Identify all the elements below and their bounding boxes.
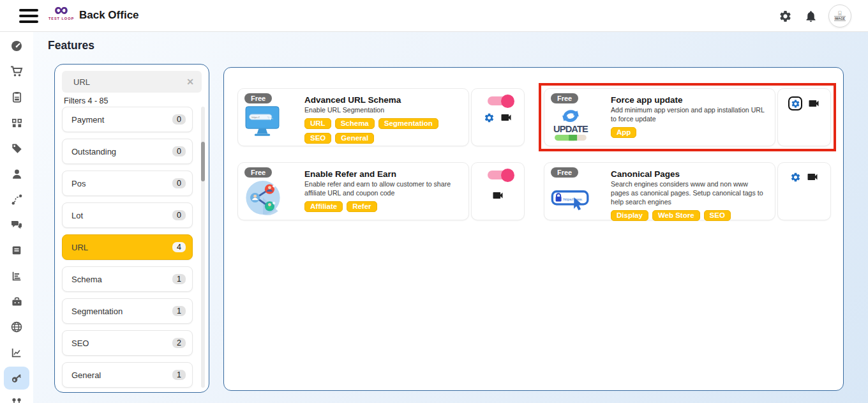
feature-description: Search engines considers www and non www… [611,180,767,207]
sidebar-item-briefcase[interactable] [0,289,33,314]
free-badge: Free [551,167,578,178]
hamburger-menu-icon[interactable] [19,9,38,23]
feature-canonical-pages: Free https//www. Canonical Pages Search … [539,157,836,225]
filter-list-item[interactable]: Segmentation 1 [62,298,193,324]
video-icon[interactable] [806,171,819,183]
dashboard-icon [4,34,29,57]
svg-text:https://: https:// [251,116,260,119]
pins-icon [4,392,29,403]
monitor-url-graphic: https:// [244,105,280,139]
gear-icon[interactable] [484,112,495,123]
feature-tag: Schema [335,118,375,129]
filter-list-item[interactable]: Lot 0 [62,202,193,228]
line-chart-icon [4,341,29,364]
feature-card[interactable]: Free https:// Advanced URL Schema Enabl [237,88,469,146]
products-icon [4,111,29,134]
filter-header-label: URL [73,77,186,87]
filter-item-count-badge: 0 [172,210,186,220]
video-icon[interactable] [500,111,513,124]
refer-network-graphic [244,179,281,216]
filter-list-item[interactable]: Outstanding 0 [62,139,193,164]
feature-actions [471,88,525,146]
free-badge: Free [551,93,578,103]
filter-list-item[interactable]: SEO 2 [62,330,193,356]
sidebar-item-key[interactable] [0,365,33,391]
filter-scrollbar[interactable] [201,107,205,388]
feature-card[interactable]: Free Enable Refer an [237,162,469,220]
feature-tag: Display [611,210,648,221]
sidebar-item-globe[interactable] [0,314,33,340]
filter-item-label: SEO [71,338,172,348]
feature-title: Force app update [611,95,767,105]
feature-refer-and-earn: Free Enable Refer an [232,157,530,225]
feature-toggle-on[interactable] [488,171,512,179]
feature-title: Enable Refer and Earn [304,169,461,179]
canonical-url-text: https//www. [564,197,583,201]
cart-icon [4,60,29,83]
filter-list-item[interactable]: URL 4 [62,234,193,260]
filter-item-label: Schema [71,275,172,284]
ledger-icon [4,239,29,262]
filter-item-count-badge: 0 [172,146,186,156]
feature-description: Enable URL Segmentation [304,106,461,115]
feature-description: Add minimum app version and app installa… [611,106,767,124]
update-label: UPDATE [553,124,588,134]
filter-list-item[interactable]: Pos 0 [62,171,193,196]
sidebar-item-products[interactable] [0,110,33,135]
video-icon[interactable] [807,97,820,110]
sidebar-item-customers[interactable] [0,161,33,186]
filter-item-count-badge: 0 [172,178,186,188]
sidebar-item-line-chart[interactable] [0,340,33,365]
app-logo: ∞ TEST LOOP [47,1,75,20]
bell-icon[interactable] [803,8,818,24]
sidebar-item-tag[interactable] [0,135,33,161]
filter-item-label: General [71,370,172,380]
feature-tag: SEO [704,210,731,221]
video-icon[interactable] [491,189,504,202]
customer-icon [4,162,29,185]
sidebar-item-cart[interactable] [0,59,33,84]
feature-actions [777,162,831,220]
feature-tag: URL [304,118,331,129]
gear-icon[interactable] [790,172,801,183]
feature-card[interactable]: Free UPDATE Force app [544,88,775,146]
feature-toggle-on[interactable] [488,96,512,105]
page-title: Features [48,39,94,52]
filter-list-item[interactable]: Payment 0 [62,107,193,132]
feature-tag: Refer [347,201,377,212]
globe-icon [4,316,29,338]
sidebar-item-invoice[interactable] [0,84,33,110]
sidebar-item-ledger[interactable] [0,238,33,263]
sidebar-item-route[interactable] [0,186,33,212]
feature-actions [777,88,831,146]
camera-placeholder-icon: ⌻ [838,11,841,16]
scrollbar-thumb[interactable] [201,142,205,181]
gear-icon[interactable] [777,8,793,24]
feature-card[interactable]: Free https//www. Canonical Pages Search … [544,162,775,220]
sidebar-item-chat[interactable] [0,212,33,238]
feature-tag: App [611,127,636,138]
feature-tag: SEO [304,133,331,144]
features-grid: Free https:// Advanced URL Schema Enabl [232,83,835,225]
filter-item-count-badge: 1 [172,306,186,316]
top-bar: ∞ TEST LOOP Back Office ⌻ IMAGE [0,0,868,32]
free-badge: Free [244,167,272,178]
tag-icon [4,137,29,160]
filter-item-count-badge: 1 [172,274,186,284]
filter-item-count-badge: 1 [172,370,186,380]
filter-list-item[interactable]: General 1 [62,362,193,388]
sidebar-item-pins[interactable] [0,391,33,403]
gear-icon-focused[interactable] [788,96,802,110]
filter-item-label: Payment [71,115,172,125]
filter-list-item[interactable]: Schema 1 [62,266,193,292]
filters-count-label: Filters 4 - 85 [64,96,209,105]
close-icon[interactable]: ✕ [186,77,194,87]
filter-item-label: Outstanding [71,147,172,156]
feature-force-app-update: Free UPDATE Force app [539,83,836,151]
user-avatar[interactable]: ⌻ IMAGE [828,4,851,27]
filter-item-count-badge: 4 [172,242,186,252]
sidebar-item-bar-chart[interactable] [0,263,33,289]
filter-panel: URL ✕ Filters 4 - 85 Payment 0 Outstandi… [54,64,209,393]
key-icon [4,367,29,390]
sidebar-item-dashboard[interactable] [0,33,33,59]
